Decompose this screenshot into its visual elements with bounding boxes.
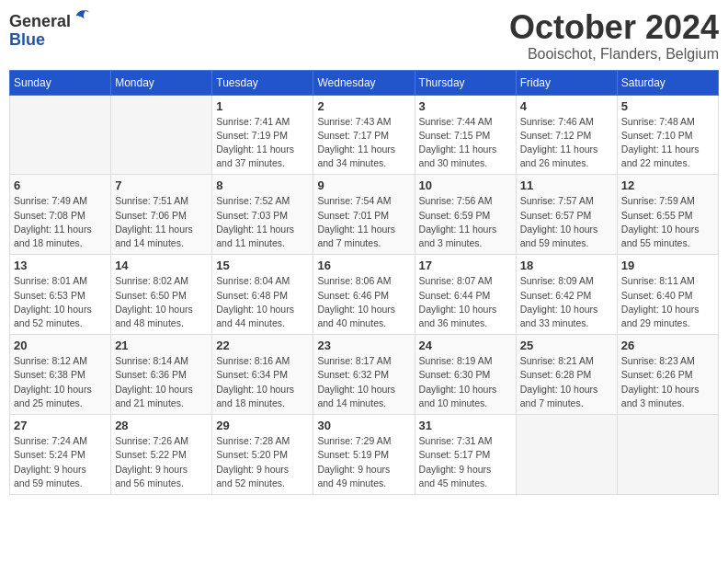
day-detail: Sunrise: 8:12 AM Sunset: 6:38 PM Dayligh… xyxy=(14,354,107,410)
calendar-cell: 13Sunrise: 8:01 AM Sunset: 6:53 PM Dayli… xyxy=(10,255,111,335)
header-day-sunday: Sunday xyxy=(10,70,111,95)
day-detail: Sunrise: 8:23 AM Sunset: 6:26 PM Dayligh… xyxy=(621,354,714,410)
day-detail: Sunrise: 8:09 AM Sunset: 6:42 PM Dayligh… xyxy=(520,274,613,330)
day-number: 6 xyxy=(14,178,107,192)
day-detail: Sunrise: 7:28 AM Sunset: 5:20 PM Dayligh… xyxy=(216,434,309,490)
day-number: 5 xyxy=(621,99,714,113)
day-detail: Sunrise: 8:11 AM Sunset: 6:40 PM Dayligh… xyxy=(621,274,714,330)
day-detail: Sunrise: 7:48 AM Sunset: 7:10 PM Dayligh… xyxy=(621,115,714,171)
header-row: SundayMondayTuesdayWednesdayThursdayFrid… xyxy=(10,70,719,95)
calendar-cell: 26Sunrise: 8:23 AM Sunset: 6:26 PM Dayli… xyxy=(617,335,718,415)
day-number: 30 xyxy=(317,419,410,432)
day-number: 11 xyxy=(520,178,613,192)
day-number: 22 xyxy=(216,339,309,352)
calendar-cell: 2Sunrise: 7:43 AM Sunset: 7:17 PM Daylig… xyxy=(313,95,415,175)
day-number: 16 xyxy=(317,259,410,272)
day-number: 29 xyxy=(216,419,309,432)
day-detail: Sunrise: 7:54 AM Sunset: 7:01 PM Dayligh… xyxy=(317,194,410,250)
calendar-cell: 8Sunrise: 7:52 AM Sunset: 7:03 PM Daylig… xyxy=(212,175,313,255)
header-day-thursday: Thursday xyxy=(415,70,516,95)
month-title: October 2024 xyxy=(509,9,719,46)
day-number: 15 xyxy=(216,259,309,272)
calendar-cell: 11Sunrise: 7:57 AM Sunset: 6:57 PM Dayli… xyxy=(516,175,617,255)
day-detail: Sunrise: 7:41 AM Sunset: 7:19 PM Dayligh… xyxy=(216,115,309,171)
day-number: 1 xyxy=(216,99,309,113)
day-number: 24 xyxy=(419,339,512,352)
calendar-cell: 9Sunrise: 7:54 AM Sunset: 7:01 PM Daylig… xyxy=(313,175,415,255)
day-detail: Sunrise: 7:49 AM Sunset: 7:08 PM Dayligh… xyxy=(14,194,107,250)
calendar-cell: 23Sunrise: 8:17 AM Sunset: 6:32 PM Dayli… xyxy=(313,335,415,415)
calendar-cell: 19Sunrise: 8:11 AM Sunset: 6:40 PM Dayli… xyxy=(617,255,718,335)
page-header: General Blue October 2024 Booischot, Fla… xyxy=(9,9,719,63)
day-detail: Sunrise: 8:01 AM Sunset: 6:53 PM Dayligh… xyxy=(14,274,107,330)
calendar-cell: 20Sunrise: 8:12 AM Sunset: 6:38 PM Dayli… xyxy=(10,335,111,415)
calendar-cell: 31Sunrise: 7:31 AM Sunset: 5:17 PM Dayli… xyxy=(415,415,516,495)
day-detail: Sunrise: 8:16 AM Sunset: 6:34 PM Dayligh… xyxy=(216,354,309,410)
day-number: 8 xyxy=(216,178,309,192)
calendar-cell: 22Sunrise: 8:16 AM Sunset: 6:34 PM Dayli… xyxy=(212,335,313,415)
day-number: 25 xyxy=(520,339,613,352)
day-detail: Sunrise: 7:56 AM Sunset: 6:59 PM Dayligh… xyxy=(419,194,512,250)
week-row-1: 1Sunrise: 7:41 AM Sunset: 7:19 PM Daylig… xyxy=(10,95,719,175)
logo-general-text: General xyxy=(9,13,71,31)
day-number: 21 xyxy=(115,339,208,352)
day-detail: Sunrise: 7:51 AM Sunset: 7:06 PM Dayligh… xyxy=(115,194,208,250)
day-detail: Sunrise: 8:19 AM Sunset: 6:30 PM Dayligh… xyxy=(419,354,512,410)
calendar-cell: 12Sunrise: 7:59 AM Sunset: 6:55 PM Dayli… xyxy=(617,175,718,255)
calendar-cell: 29Sunrise: 7:28 AM Sunset: 5:20 PM Dayli… xyxy=(212,415,313,495)
header-day-monday: Monday xyxy=(111,70,212,95)
day-number: 3 xyxy=(419,99,512,113)
calendar-cell: 25Sunrise: 8:21 AM Sunset: 6:28 PM Dayli… xyxy=(516,335,617,415)
calendar-cell: 5Sunrise: 7:48 AM Sunset: 7:10 PM Daylig… xyxy=(617,95,718,175)
day-number: 7 xyxy=(115,178,208,192)
calendar-cell: 4Sunrise: 7:46 AM Sunset: 7:12 PM Daylig… xyxy=(516,95,617,175)
week-row-4: 20Sunrise: 8:12 AM Sunset: 6:38 PM Dayli… xyxy=(10,335,719,415)
day-detail: Sunrise: 7:26 AM Sunset: 5:22 PM Dayligh… xyxy=(115,434,208,490)
day-number: 19 xyxy=(621,259,714,272)
calendar-cell: 17Sunrise: 8:07 AM Sunset: 6:44 PM Dayli… xyxy=(415,255,516,335)
day-detail: Sunrise: 8:17 AM Sunset: 6:32 PM Dayligh… xyxy=(317,354,410,410)
location-subtitle: Booischot, Flanders, Belgium xyxy=(509,46,719,63)
day-detail: Sunrise: 8:07 AM Sunset: 6:44 PM Dayligh… xyxy=(419,274,512,330)
day-detail: Sunrise: 7:24 AM Sunset: 5:24 PM Dayligh… xyxy=(14,434,107,490)
logo: General Blue xyxy=(9,13,89,50)
day-number: 17 xyxy=(419,259,512,272)
logo-bird-icon xyxy=(73,7,89,24)
day-detail: Sunrise: 7:57 AM Sunset: 6:57 PM Dayligh… xyxy=(520,194,613,250)
day-detail: Sunrise: 7:52 AM Sunset: 7:03 PM Dayligh… xyxy=(216,194,309,250)
calendar-table: SundayMondayTuesdayWednesdayThursdayFrid… xyxy=(9,70,719,495)
header-day-wednesday: Wednesday xyxy=(313,70,415,95)
day-number: 4 xyxy=(520,99,613,113)
day-number: 18 xyxy=(520,259,613,272)
header-day-friday: Friday xyxy=(516,70,617,95)
day-number: 14 xyxy=(115,259,208,272)
week-row-5: 27Sunrise: 7:24 AM Sunset: 5:24 PM Dayli… xyxy=(10,415,719,495)
calendar-cell: 18Sunrise: 8:09 AM Sunset: 6:42 PM Dayli… xyxy=(516,255,617,335)
title-area: October 2024 Booischot, Flanders, Belgiu… xyxy=(509,9,719,63)
calendar-cell: 10Sunrise: 7:56 AM Sunset: 6:59 PM Dayli… xyxy=(415,175,516,255)
calendar-cell xyxy=(10,95,111,175)
calendar-cell: 30Sunrise: 7:29 AM Sunset: 5:19 PM Dayli… xyxy=(313,415,415,495)
day-number: 9 xyxy=(317,178,410,192)
day-detail: Sunrise: 7:29 AM Sunset: 5:19 PM Dayligh… xyxy=(317,434,410,490)
day-number: 28 xyxy=(115,419,208,432)
calendar-cell xyxy=(516,415,617,495)
day-detail: Sunrise: 7:43 AM Sunset: 7:17 PM Dayligh… xyxy=(317,115,410,171)
calendar-cell xyxy=(617,415,718,495)
day-number: 13 xyxy=(14,259,107,272)
day-detail: Sunrise: 8:21 AM Sunset: 6:28 PM Dayligh… xyxy=(520,354,613,410)
day-detail: Sunrise: 8:04 AM Sunset: 6:48 PM Dayligh… xyxy=(216,274,309,330)
day-number: 27 xyxy=(14,419,107,432)
day-number: 31 xyxy=(419,419,512,432)
header-day-saturday: Saturday xyxy=(617,70,718,95)
calendar-cell: 27Sunrise: 7:24 AM Sunset: 5:24 PM Dayli… xyxy=(10,415,111,495)
day-detail: Sunrise: 7:59 AM Sunset: 6:55 PM Dayligh… xyxy=(621,194,714,250)
calendar-cell: 3Sunrise: 7:44 AM Sunset: 7:15 PM Daylig… xyxy=(415,95,516,175)
day-detail: Sunrise: 8:14 AM Sunset: 6:36 PM Dayligh… xyxy=(115,354,208,410)
day-number: 10 xyxy=(419,178,512,192)
week-row-3: 13Sunrise: 8:01 AM Sunset: 6:53 PM Dayli… xyxy=(10,255,719,335)
day-number: 26 xyxy=(621,339,714,352)
calendar-cell: 1Sunrise: 7:41 AM Sunset: 7:19 PM Daylig… xyxy=(212,95,313,175)
calendar-cell xyxy=(111,95,212,175)
calendar-cell: 21Sunrise: 8:14 AM Sunset: 6:36 PM Dayli… xyxy=(111,335,212,415)
